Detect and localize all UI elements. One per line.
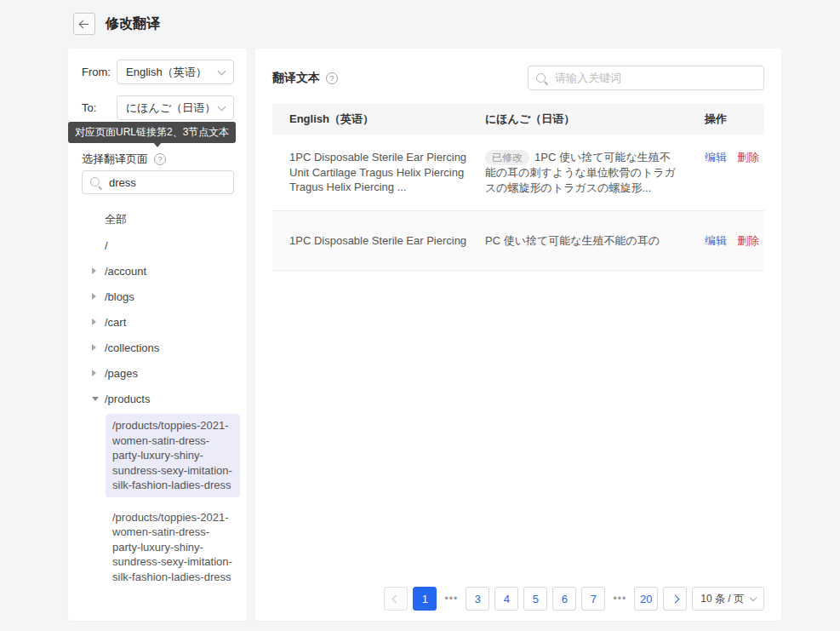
column-header-source: English（英语）: [272, 112, 485, 127]
translation-table: English（英语） にほんご（日语） 操作 1PC Disposable S…: [272, 104, 764, 271]
to-language-value: にほんご（日语）: [126, 100, 215, 116]
pagination-ellipsis[interactable]: •••: [442, 593, 460, 605]
table-body: 1PC Disposable Sterile Ear Piercing Unit…: [272, 135, 764, 271]
table-row: 1PC Disposable Sterile Ear PiercingPC 使い…: [272, 211, 764, 271]
tree-item-label: /cart: [105, 316, 126, 329]
chevron-left-icon: [391, 594, 400, 603]
tree-child-item-selected[interactable]: /products/toppies-2021-women-satin-dress…: [106, 414, 240, 497]
tree-item-label: /account: [105, 265, 146, 278]
page-search-input[interactable]: [82, 170, 234, 194]
tree-item-label: /products: [105, 393, 150, 405]
tree-item-label: /: [105, 239, 108, 252]
page-search: [82, 170, 234, 194]
table-header-row: English（英语） にほんご（日语） 操作: [272, 104, 764, 135]
from-label: From:: [82, 60, 111, 84]
pagination-page-7[interactable]: 7: [581, 587, 605, 611]
chevron-right-icon: [671, 594, 679, 603]
tree-item-pages[interactable]: /pages: [68, 360, 247, 386]
pagination-page-1[interactable]: 1: [413, 587, 437, 611]
search-icon: [90, 176, 102, 188]
top-header: 修改翻译: [73, 13, 160, 35]
pagination-page-3[interactable]: 3: [466, 587, 489, 611]
keyword-search-input[interactable]: [528, 66, 764, 90]
help-icon[interactable]: [326, 72, 338, 84]
pagination-prev-button[interactable]: [384, 587, 408, 611]
tree-item-account[interactable]: /account: [68, 258, 247, 284]
column-header-actions: 操作: [705, 112, 764, 127]
from-language-select[interactable]: English（英语）: [117, 60, 234, 84]
arrow-left-icon: [79, 19, 89, 29]
tooltip-text: 对应页面URL链接第2、3节点文本: [75, 125, 229, 140]
target-cell: PC 使い捨て可能な生殖不能の耳の: [485, 233, 705, 249]
pagination-ellipsis[interactable]: •••: [610, 593, 629, 605]
to-label: To:: [82, 95, 96, 120]
page-size-label: 10 条 / 页: [700, 592, 744, 606]
keyword-search: [528, 66, 764, 90]
from-language-value: English（英语）: [126, 65, 207, 80]
help-icon[interactable]: [154, 153, 166, 165]
edit-link[interactable]: 编辑: [705, 151, 727, 163]
caret-right-icon[interactable]: [92, 318, 105, 325]
chevron-down-icon: [218, 102, 226, 111]
tree-child-item[interactable]: /products/toppies-2021-women-satin-dress…: [106, 506, 240, 589]
to-language-select[interactable]: にほんご（日语）: [117, 95, 234, 120]
pagination-page-6[interactable]: 6: [552, 587, 576, 611]
delete-link[interactable]: 删除: [737, 151, 759, 163]
select-page-section: 选择翻译页面: [82, 152, 166, 167]
caret-right-icon[interactable]: [92, 370, 105, 376]
caret-down-icon[interactable]: [92, 397, 105, 401]
target-cell: 已修改1PC 使い捨て可能な生殖不能の耳の刺すような単位軟骨のトラガスの螺旋形の…: [485, 150, 705, 195]
search-icon: [536, 72, 548, 84]
tree-item-blogs[interactable]: /blogs: [68, 284, 247, 309]
modify-translation-page: 修改翻译 From: English（英语） To: にほんご（日语） 对应页面…: [0, 0, 840, 631]
modified-badge: 已修改: [485, 150, 529, 165]
tree-item-label: /pages: [105, 367, 138, 380]
select-page-label: 选择翻译页面: [82, 152, 148, 167]
edit-link[interactable]: 编辑: [705, 234, 727, 247]
pagination-page-5[interactable]: 5: [523, 587, 547, 611]
pagination-page-4[interactable]: 4: [494, 587, 518, 611]
tree-item-all[interactable]: 全部: [68, 207, 247, 232]
row-actions: 编辑删除: [705, 233, 764, 249]
page-tree: 全部//account/blogs/cart/collections/pages…: [68, 207, 247, 588]
target-text: PC 使い捨て可能な生殖不能の耳の: [485, 234, 660, 247]
tree-item-label: /collections: [105, 341, 159, 354]
pagination-next-button[interactable]: [663, 587, 687, 611]
source-text: 1PC Disposable Sterile Ear Piercing Unit…: [272, 150, 485, 195]
caret-right-icon[interactable]: [92, 293, 105, 300]
tree-item-products[interactable]: /products: [68, 386, 247, 411]
delete-link[interactable]: 删除: [737, 234, 759, 247]
chevron-down-icon: [218, 66, 226, 75]
tree-item-label: /blogs: [105, 290, 134, 303]
table-row: 1PC Disposable Sterile Ear Piercing Unit…: [272, 135, 764, 211]
source-text: 1PC Disposable Sterile Ear Piercing: [272, 233, 485, 249]
pagination-page-20[interactable]: 20: [634, 587, 658, 611]
tree-item-root[interactable]: /: [68, 232, 247, 258]
tree-item-label: 全部: [105, 212, 127, 227]
back-button[interactable]: [73, 13, 95, 35]
row-actions: 编辑删除: [705, 150, 764, 195]
page-size-select[interactable]: 10 条 / 页: [692, 587, 764, 611]
tree-item-cart[interactable]: /cart: [68, 309, 247, 335]
pagination: 1•••34567•••2010 条 / 页: [384, 587, 764, 611]
sidebar-panel: From: English（英语） To: にほんご（日语） 对应页面URL链接…: [68, 49, 247, 621]
main-header: 翻译文本: [272, 66, 764, 90]
main-panel: 翻译文本 English（英语） にほんご（日语） 操作 1PC Disposa…: [255, 49, 781, 621]
column-header-target: にほんご（日语）: [485, 112, 705, 127]
main-title: 翻译文本: [272, 71, 320, 86]
main-title-wrap: 翻译文本: [272, 71, 338, 86]
url-node-tooltip: 对应页面URL链接第2、3节点文本: [68, 122, 236, 143]
caret-right-icon[interactable]: [92, 344, 105, 351]
tree-item-collections[interactable]: /collections: [68, 335, 247, 360]
caret-right-icon[interactable]: [92, 267, 105, 274]
page-title: 修改翻译: [106, 15, 160, 33]
chevron-down-icon: [750, 594, 757, 600]
